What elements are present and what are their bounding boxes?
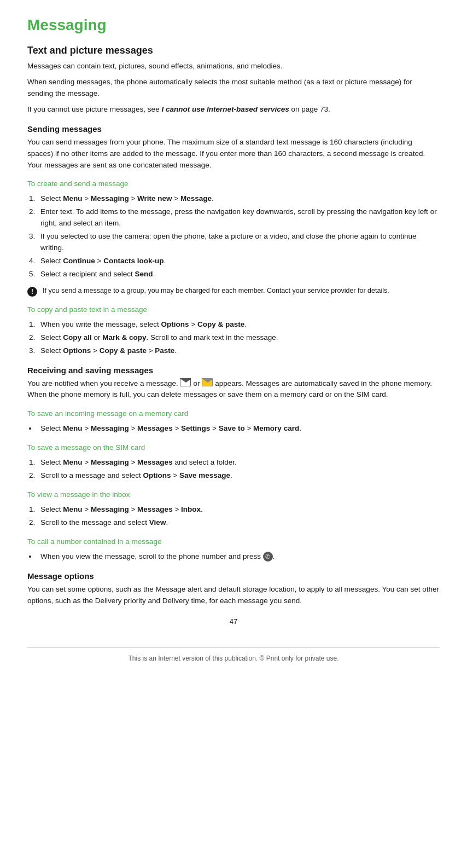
create-send-steps: Select Menu > Messaging > Write new > Me… (37, 193, 440, 280)
section-text-picture: Text and picture messages Messages can c… (27, 45, 440, 115)
call-number-steps: When you view the message, scroll to the… (37, 551, 440, 563)
section-message-options: Message options You can set some options… (27, 571, 440, 607)
list-item: Scroll to a message and select Options >… (37, 470, 440, 482)
sending-title: Sending messages (27, 124, 440, 134)
green-heading-save-sim: To save a message on the SIM card (27, 442, 440, 454)
warning-box: ! If you send a message to a group, you … (27, 286, 440, 297)
receiving-para1-before: You are notified when you receive a mess… (27, 379, 178, 387)
save-memory-steps: Select Menu > Messaging > Messages > Set… (37, 423, 440, 435)
list-item: Select Copy all or Mark & copy. Scroll t… (37, 332, 440, 344)
text-picture-para2: When sending messages, the phone automat… (27, 77, 440, 100)
message-options-para1: You can set some options, such as the Me… (27, 584, 440, 607)
green-heading-create-send: To create and send a message (27, 178, 440, 190)
message-options-title: Message options (27, 571, 440, 581)
text-picture-title: Text and picture messages (27, 45, 440, 56)
copy-paste-steps: When you write the message, select Optio… (37, 319, 440, 357)
list-item: Select Continue > Contacts look-up. (37, 256, 440, 267)
section-sending: Sending messages You can send messages f… (27, 124, 440, 357)
page-number: 47 (27, 617, 440, 626)
list-item: Select Menu > Messaging > Messages > Set… (37, 423, 440, 435)
internet-services-link[interactable]: I cannot use Internet-based services (161, 105, 289, 113)
list-item: Enter text. To add items to the message,… (37, 206, 440, 229)
page-title: Messaging (27, 16, 440, 34)
receiving-title: Receiving and saving messages (27, 366, 440, 375)
list-item: Select a recipient and select Send. (37, 269, 440, 280)
list-item: When you write the message, select Optio… (37, 319, 440, 331)
green-heading-copy-paste: To copy and paste text in a message (27, 304, 440, 316)
save-sim-steps: Select Menu > Messaging > Messages and s… (37, 457, 440, 482)
view-inbox-steps: Select Menu > Messaging > Messages > Inb… (37, 504, 440, 529)
list-item: Select Menu > Messaging > Messages > Inb… (37, 504, 440, 516)
sending-para1: You can send messages from your phone. T… (27, 137, 440, 171)
green-heading-call-number: To call a number contained in a message (27, 536, 440, 548)
text-picture-para3: If you cannot use picture messages, see … (27, 104, 440, 115)
envelope-yellow-icon (202, 378, 213, 386)
section-receiving: Receiving and saving messages You are no… (27, 366, 440, 563)
green-heading-view-inbox: To view a message in the inbox (27, 489, 440, 501)
list-item: If you selected to use the camera: open … (37, 231, 440, 254)
green-heading-save-memory: To save an incoming message on a memory … (27, 408, 440, 420)
text-picture-para3-after: on page 73. (289, 105, 330, 113)
or-text: or (193, 378, 200, 390)
warning-text: If you send a message to a group, you ma… (43, 286, 389, 296)
call-button-icon: ✆ (263, 552, 273, 562)
list-item: Select Menu > Messaging > Messages and s… (37, 457, 440, 468)
list-item: Select Options > Copy & paste > Paste. (37, 345, 440, 357)
text-picture-para3-before: If you cannot use picture messages, see (27, 105, 161, 113)
receiving-para1: You are notified when you receive a mess… (27, 378, 440, 401)
message-icons: or (180, 378, 213, 390)
footer-legal: This is an Internet version of this publ… (27, 647, 440, 662)
list-item: Select Menu > Messaging > Write new > Me… (37, 193, 440, 205)
list-item: When you view the message, scroll to the… (37, 551, 440, 563)
envelope-icon (180, 378, 191, 386)
list-item: Scroll to the message and select View. (37, 517, 440, 529)
warning-icon: ! (27, 287, 37, 297)
text-picture-para1: Messages can contain text, pictures, sou… (27, 61, 440, 72)
